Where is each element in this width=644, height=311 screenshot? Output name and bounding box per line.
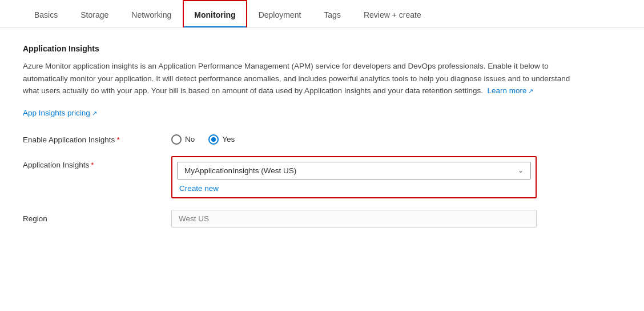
pricing-external-icon: ↗	[92, 110, 97, 117]
app-insights-pricing-link[interactable]: App Insights pricing↗	[23, 109, 97, 117]
region-row: Region	[23, 210, 621, 228]
chevron-down-icon: ⌄	[518, 166, 524, 174]
tab-deployment[interactable]: Deployment	[247, 0, 313, 27]
radio-yes-option[interactable]: Yes	[208, 134, 235, 145]
radio-no-button[interactable]	[171, 134, 182, 145]
enable-insights-label: Enable Application Insights*	[23, 131, 171, 144]
required-indicator: *	[116, 135, 119, 144]
section-title: Application Insights	[23, 44, 621, 53]
region-label: Region	[23, 210, 171, 223]
insights-field-container: MyApplicationInsights (West US) ⌄ Create…	[171, 156, 537, 198]
tab-networking[interactable]: Networking	[120, 0, 183, 27]
radio-yes-label: Yes	[222, 135, 235, 143]
required-indicator-insights: *	[91, 161, 94, 169]
main-content: Application Insights Azure Monitor appli…	[0, 28, 644, 262]
radio-no-label: No	[185, 135, 195, 143]
application-insights-row: Application Insights* MyApplicationInsig…	[23, 156, 621, 198]
tab-basics[interactable]: Basics	[23, 0, 69, 27]
tab-storage[interactable]: Storage	[69, 0, 120, 27]
application-insights-label: Application Insights*	[23, 156, 171, 169]
tab-review-create[interactable]: Review + create	[352, 0, 433, 27]
radio-yes-inner	[211, 137, 216, 142]
radio-no-option[interactable]: No	[171, 134, 195, 145]
tab-tags[interactable]: Tags	[312, 0, 352, 27]
region-input[interactable]	[171, 210, 537, 228]
create-new-link[interactable]: Create new	[179, 184, 219, 193]
learn-more-link[interactable]: Learn more	[488, 86, 527, 95]
tab-navigation: Basics Storage Networking Monitoring Dep…	[0, 0, 644, 28]
section-description: Azure Monitor application insights is an…	[23, 60, 582, 97]
enable-insights-radio-group: No Yes	[171, 131, 235, 145]
tab-monitoring[interactable]: Monitoring	[183, 0, 247, 27]
enable-insights-row: Enable Application Insights* No Yes	[23, 131, 621, 145]
external-link-icon: ↗	[528, 87, 533, 94]
insights-dropdown-value: MyApplicationInsights (West US)	[184, 166, 296, 175]
insights-dropdown[interactable]: MyApplicationInsights (West US) ⌄	[177, 162, 531, 180]
radio-yes-button[interactable]	[208, 134, 219, 145]
